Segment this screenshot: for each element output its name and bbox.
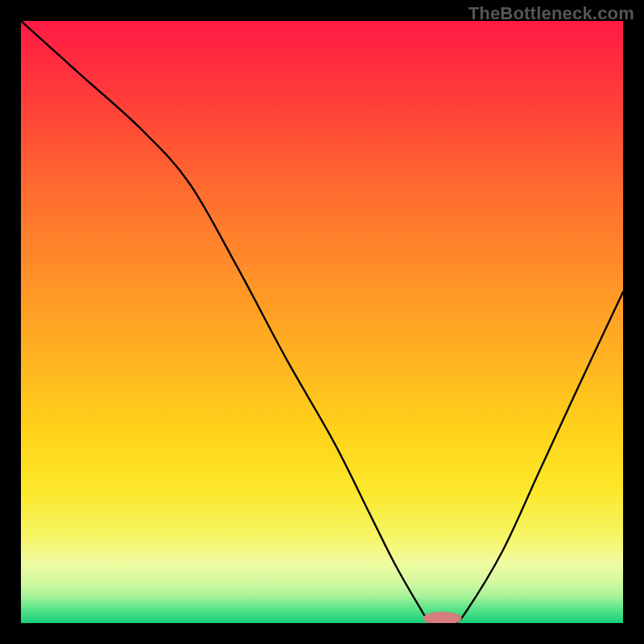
gradient-background: [21, 21, 623, 623]
plot-area: [21, 21, 623, 623]
bottleneck-chart: [21, 21, 623, 623]
attribution-label: TheBottleneck.com: [469, 3, 634, 24]
chart-frame: TheBottleneck.com: [0, 0, 644, 644]
